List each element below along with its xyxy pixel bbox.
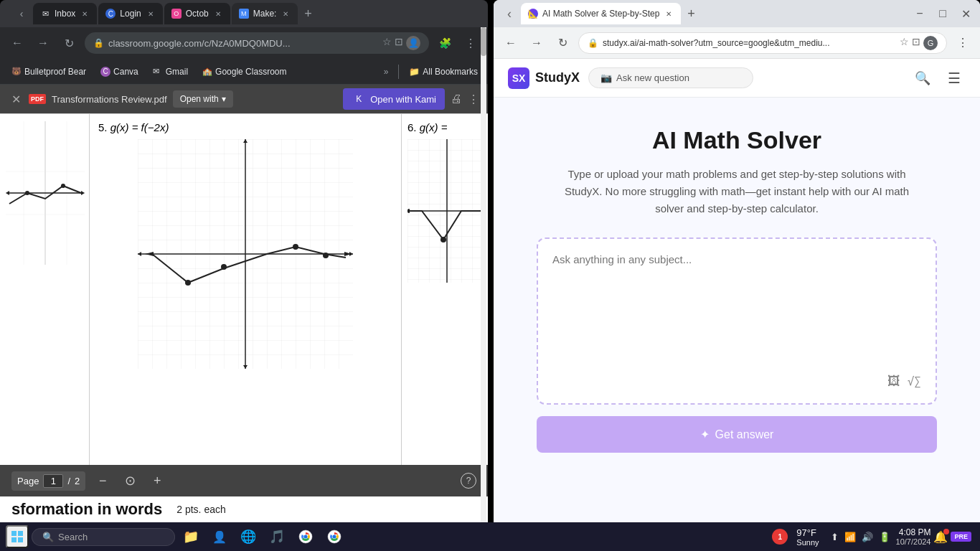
studyx-get-answer-button[interactable]: ✦ Get answer <box>537 416 937 453</box>
all-bookmarks-link[interactable]: 📁 All Bookmarks <box>405 64 482 80</box>
pdf-close-button[interactable]: ✕ <box>9 92 23 106</box>
page-label: Page <box>17 476 39 486</box>
right-tab-close[interactable]: ✕ <box>664 9 674 19</box>
bookmarks-overflow[interactable]: » <box>380 64 393 80</box>
tab-octo-close[interactable]: ✕ <box>213 9 223 19</box>
right-url-bar[interactable]: 🔒 studyx.ai/ai-math-solver?utm_source=go… <box>578 32 947 54</box>
right-tab-studyx[interactable]: 📐 AI Math Solver & Step-by-Step ✕ <box>521 3 681 24</box>
right-scrollbar[interactable] <box>481 27 486 522</box>
right-forward-button[interactable]: → <box>527 33 547 53</box>
svg-marker-7 <box>81 191 85 195</box>
taskbar-volume-icon[interactable]: 🔊 <box>862 532 873 542</box>
right-tab-favicon: 📐 <box>528 9 538 19</box>
pdf-print-button[interactable]: 🖨 <box>451 93 462 105</box>
tab-nav-prev[interactable]: ‹ <box>11 4 32 24</box>
right-url-bar-icons: ☆ ⊡ G <box>900 36 938 50</box>
taskbar-app-chrome[interactable] <box>293 524 319 550</box>
svg-marker-8 <box>6 191 9 195</box>
right-new-tab-button[interactable]: + <box>682 5 699 22</box>
right-profile-icon[interactable]: G <box>923 36 938 50</box>
right-minimize-button[interactable]: − <box>911 5 928 22</box>
problem6-label: 6. g(x) = <box>407 121 482 133</box>
bookmarks-bar: 🐻 Bulletproof Bear C Canva ✉ Gmail 🏫 Goo… <box>0 59 488 85</box>
tab-login[interactable]: C Login ✕ <box>98 3 162 24</box>
right-close-button[interactable]: ✕ <box>957 5 974 22</box>
taskbar-weather[interactable]: 1 97°F Sunny <box>769 527 827 547</box>
new-tab-button[interactable]: + <box>299 5 316 22</box>
tab-login-close[interactable]: ✕ <box>146 9 156 19</box>
right-reload-button[interactable]: ↻ <box>552 33 573 53</box>
right-more-options-button[interactable]: ⋮ <box>953 33 973 53</box>
open-with-button[interactable]: Open with ▾ <box>173 90 233 108</box>
right-cast-icon[interactable]: ⊡ <box>912 36 920 50</box>
extension-icon[interactable]: 🧩 <box>435 33 455 53</box>
pre-badge: PRE <box>951 532 971 542</box>
bookmark-bulletproof-bear[interactable]: 🐻 Bulletproof Bear <box>6 64 92 80</box>
pdf-toolbar: ✕ PDF Transformations Review.pdf Open wi… <box>0 85 488 113</box>
studyx-menu-button[interactable]: ☰ <box>943 67 966 90</box>
studyx-ask-label: Ask new question <box>616 72 689 83</box>
taskbar-search-box[interactable]: 🔍 Search <box>32 528 175 546</box>
cast-icon[interactable]: ⊡ <box>395 36 403 50</box>
profile-icon[interactable]: 👤 <box>406 36 420 50</box>
studyx-ask-new-question-button[interactable]: 📷 Ask new question <box>588 67 753 88</box>
reload-button[interactable]: ↻ <box>59 33 79 53</box>
right-back-button[interactable]: ← <box>501 33 521 53</box>
get-answer-label: Get answer <box>715 428 774 441</box>
tab-maker[interactable]: M Make: ✕ <box>232 3 298 24</box>
tab-inbox-close[interactable]: ✕ <box>80 9 90 19</box>
right-nav-prev[interactable]: ‹ <box>499 4 519 24</box>
taskbar-up-arrow-icon[interactable]: ⬆ <box>831 532 839 542</box>
studyx-image-upload-button[interactable]: 🖼 <box>887 374 900 389</box>
zoom-in-button[interactable]: + <box>147 471 167 491</box>
taskbar-clock[interactable]: 4:08 PM 10/7/2024 <box>896 527 931 546</box>
windows-icon <box>11 531 23 542</box>
taskbar-network-icon[interactable]: 📶 <box>844 532 856 542</box>
bookmark-star-icon[interactable]: ☆ <box>382 36 392 50</box>
url-bar[interactable]: 🔒 classroom.google.com/c/NzA0MDQ0MDU... … <box>85 32 429 54</box>
tab-inbox-label: Inbox <box>55 9 75 19</box>
taskbar-app-chrome-alt[interactable] <box>321 524 347 550</box>
bookmark-canva[interactable]: C Canva <box>95 64 144 80</box>
right-tab-bar: ‹ 📐 AI Math Solver & Step-by-Step ✕ + − … <box>494 0 980 27</box>
pdf-more-button[interactable]: ⋮ <box>468 93 479 106</box>
pdf-help-button[interactable]: ? <box>461 473 476 489</box>
taskbar-app-music[interactable]: 🎵 <box>264 524 290 550</box>
svg-point-9 <box>25 191 29 195</box>
taskbar-app-person[interactable]: 👤 <box>207 524 232 550</box>
notification-button[interactable]: 🔔 <box>933 530 948 544</box>
left-browser: ‹ ✉ Inbox ✕ C Login ✕ O Octob ✕ M Make: … <box>0 0 488 522</box>
tab-octo-label: Octob <box>186 9 209 19</box>
right-maximize-button[interactable]: □ <box>934 5 951 22</box>
pdf-format-icon: PDF <box>29 94 46 104</box>
right-bookmark-star-icon[interactable]: ☆ <box>900 36 909 50</box>
bookmark-gmail[interactable]: ✉ Gmail <box>147 64 194 80</box>
taskbar-battery-icon[interactable]: 🔋 <box>879 532 890 542</box>
start-button[interactable] <box>6 525 29 548</box>
pdf-page: 5. g(x) = f(−2x) <box>0 113 488 465</box>
open-with-kami-button[interactable]: K Open with Kami <box>343 88 445 110</box>
bookmark-gmail-label: Gmail <box>166 67 188 77</box>
studyx-math-input-button[interactable]: √∑ <box>908 375 921 388</box>
bookmark-google-classroom[interactable]: 🏫 Google Classroom <box>197 64 292 80</box>
studyx-question-textarea[interactable] <box>552 253 921 368</box>
back-button[interactable]: ← <box>7 33 27 53</box>
studyx-search-button[interactable]: 🔍 <box>911 67 934 90</box>
forward-button[interactable]: → <box>33 33 53 53</box>
taskbar-search-label: Search <box>58 532 88 542</box>
taskbar-app-explorer[interactable]: 📁 <box>178 524 204 550</box>
page-number-input[interactable] <box>43 474 63 488</box>
tab-octo[interactable]: O Octob ✕ <box>164 3 230 24</box>
taskbar-date-display: 10/7/2024 <box>896 537 931 546</box>
more-options-button[interactable]: ⋮ <box>461 33 481 53</box>
tab-inbox[interactable]: ✉ Inbox ✕ <box>33 3 97 24</box>
zoom-out-button[interactable]: − <box>93 471 113 491</box>
bookmark-gc-label: Google Classroom <box>215 67 286 77</box>
svg-point-18 <box>185 280 191 286</box>
right-window-controls: − □ ✕ <box>911 5 974 22</box>
zoom-fit-button[interactable]: ⊙ <box>120 471 140 491</box>
taskbar-app-globe[interactable]: 🌐 <box>235 524 261 550</box>
lock-icon: 🔒 <box>93 38 104 48</box>
tab-maker-close[interactable]: ✕ <box>281 9 291 19</box>
svg-point-36 <box>333 535 336 539</box>
